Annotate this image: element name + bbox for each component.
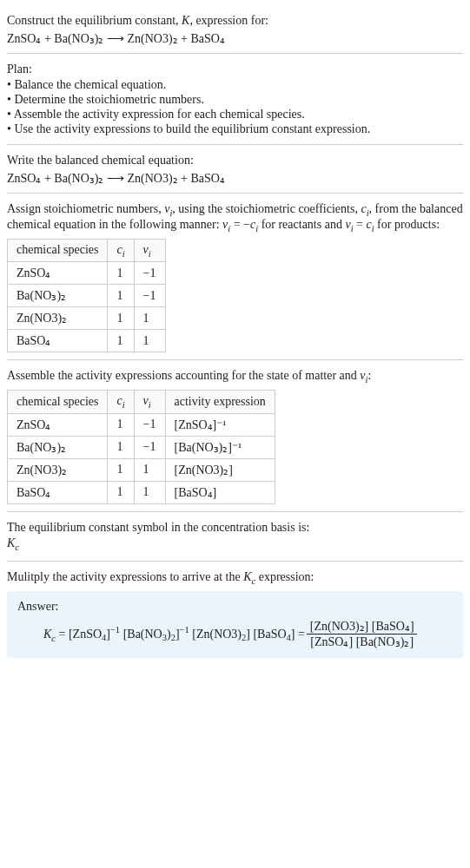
cell-species: Zn(NO3)₂ xyxy=(8,458,108,481)
answer-label: Answer: xyxy=(17,600,453,614)
cell-ci: 1 xyxy=(108,436,134,458)
cell-vi: 1 xyxy=(134,330,165,352)
table-header-row: chemical species ci νi xyxy=(8,239,166,262)
plan-heading: Plan: xyxy=(7,62,463,76)
table-row: BaSO₄ 1 1 xyxy=(8,330,166,352)
cell-ci: 1 xyxy=(108,285,134,307)
col-vi: νi xyxy=(134,391,165,414)
col-activity: activity expression xyxy=(165,391,275,414)
prompt-equation: ZnSO₄ + Ba(NO₃)₂ ⟶ Zn(NO3)₂ + BaSO₄ xyxy=(7,31,463,46)
table-row: ZnSO₄ 1 −1 [ZnSO₄]⁻¹ xyxy=(8,413,275,436)
plan-item: • Assemble the activity expression for e… xyxy=(7,108,463,122)
kc-numerator: [Zn(NO3)₂] [BaSO₄] xyxy=(307,619,418,634)
balanced-heading: Write the balanced chemical equation: xyxy=(7,154,463,168)
multiply-heading: Mulitply the activity expressions to arr… xyxy=(7,570,463,586)
balanced-section: Write the balanced chemical equation: Zn… xyxy=(7,145,463,194)
cell-ci: 1 xyxy=(108,413,134,436)
stoich-table: chemical species ci νi ZnSO₄ 1 −1 Ba(NO₃… xyxy=(7,239,166,353)
plan-item: • Balance the chemical equation. xyxy=(7,78,463,92)
col-species: chemical species xyxy=(8,391,108,414)
stoich-heading: Assign stoichiometric numbers, νi, using… xyxy=(7,202,463,233)
plan-item: • Determine the stoichiometric numbers. xyxy=(7,93,463,107)
kc-fraction: [Zn(NO3)₂] [BaSO₄] [ZnSO₄] [Ba(NO₃)₂] xyxy=(307,619,418,649)
table-row: Zn(NO3)₂ 1 1 [Zn(NO3)₂] xyxy=(8,458,275,481)
cell-species: ZnSO₄ xyxy=(8,413,108,436)
kc-denominator: [ZnSO₄] [Ba(NO₃)₂] xyxy=(307,634,417,649)
cell-ci: 1 xyxy=(108,262,134,285)
cell-vi: −1 xyxy=(134,436,165,458)
symbol-heading: The equilibrium constant symbol in the c… xyxy=(7,521,463,535)
activity-section: Assemble the activity expressions accoun… xyxy=(7,360,463,512)
cell-activity: [BaSO₄] xyxy=(165,481,275,503)
cell-ci: 1 xyxy=(108,330,134,352)
plan-section: Plan: • Balance the chemical equation. •… xyxy=(7,54,463,145)
cell-activity: [ZnSO₄]⁻¹ xyxy=(165,413,275,436)
table-row: Ba(NO₃)₂ 1 −1 xyxy=(8,285,166,307)
table-header-row: chemical species ci νi activity expressi… xyxy=(8,391,275,414)
symbol-value: Kc xyxy=(7,536,463,552)
prompt-line1: Construct the equilibrium constant, K, e… xyxy=(7,14,463,28)
cell-activity: [Zn(NO3)₂] xyxy=(165,458,275,481)
cell-vi: 1 xyxy=(134,307,165,330)
activity-heading: Assemble the activity expressions accoun… xyxy=(7,369,463,385)
plan-item: • Use the activity expressions to build … xyxy=(7,122,463,136)
col-vi: νi xyxy=(134,239,165,262)
page: Construct the equilibrium constant, K, e… xyxy=(0,0,470,670)
cell-vi: 1 xyxy=(134,458,165,481)
col-ci: ci xyxy=(108,391,134,414)
cell-species: Ba(NO₃)₂ xyxy=(8,436,108,458)
cell-species: ZnSO₄ xyxy=(8,262,108,285)
col-ci: ci xyxy=(108,239,134,262)
answer-box: Answer: Kc = [ZnSO4]−1 [Ba(NO3)2]−1 [Zn(… xyxy=(7,591,463,658)
cell-species: Ba(NO₃)₂ xyxy=(8,285,108,307)
cell-vi: −1 xyxy=(134,413,165,436)
cell-species: Zn(NO3)₂ xyxy=(8,307,108,330)
table-row: ZnSO₄ 1 −1 xyxy=(8,262,166,285)
col-species: chemical species xyxy=(8,239,108,262)
prompt-section: Construct the equilibrium constant, K, e… xyxy=(7,5,463,54)
kc-lhs: Kc = [ZnSO4]−1 [Ba(NO3)2]−1 [Zn(NO3)2] [… xyxy=(43,625,305,642)
cell-species: BaSO₄ xyxy=(8,481,108,503)
cell-vi: −1 xyxy=(134,262,165,285)
cell-vi: −1 xyxy=(134,285,165,307)
table-row: Ba(NO₃)₂ 1 −1 [Ba(NO₃)₂]⁻¹ xyxy=(8,436,275,458)
activity-table: chemical species ci νi activity expressi… xyxy=(7,390,275,504)
kc-expression: Kc = [ZnSO4]−1 [Ba(NO3)2]−1 [Zn(NO3)2] [… xyxy=(17,619,453,649)
balanced-equation: ZnSO₄ + Ba(NO₃)₂ ⟶ Zn(NO3)₂ + BaSO₄ xyxy=(7,171,463,186)
multiply-section: Mulitply the activity expressions to arr… xyxy=(7,562,463,665)
cell-ci: 1 xyxy=(108,481,134,503)
plan-list: • Balance the chemical equation. • Deter… xyxy=(7,78,463,136)
cell-species: BaSO₄ xyxy=(8,330,108,352)
cell-activity: [Ba(NO₃)₂]⁻¹ xyxy=(165,436,275,458)
table-row: BaSO₄ 1 1 [BaSO₄] xyxy=(8,481,275,503)
symbol-section: The equilibrium constant symbol in the c… xyxy=(7,512,463,562)
stoich-section: Assign stoichiometric numbers, νi, using… xyxy=(7,194,463,360)
table-row: Zn(NO3)₂ 1 1 xyxy=(8,307,166,330)
cell-ci: 1 xyxy=(108,307,134,330)
cell-vi: 1 xyxy=(134,481,165,503)
cell-ci: 1 xyxy=(108,458,134,481)
